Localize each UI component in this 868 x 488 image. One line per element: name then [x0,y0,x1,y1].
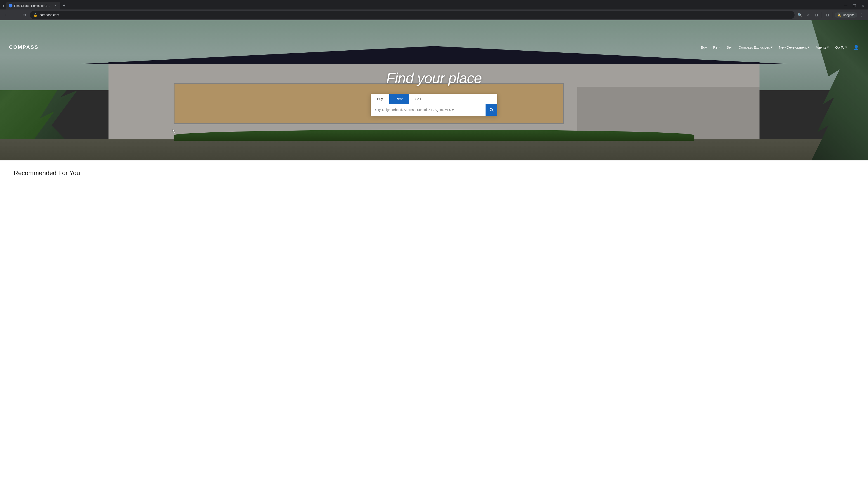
main-nav: COMPASS Buy Rent Sell Compass Exclusives… [0,41,868,54]
address-bar[interactable]: 🔒 compass.com [30,11,795,19]
separator [822,12,822,18]
search-icon [489,107,494,112]
lock-icon: 🔒 [33,13,37,17]
search-tab-sell[interactable]: Sell [409,94,428,104]
new-development-chevron: ▾ [808,45,809,49]
window-controls: — ❐ ✕ [842,3,866,9]
active-tab[interactable]: C Real Estate, Homes for Sale & ... × [6,2,60,9]
maximize-btn[interactable]: ❐ [851,3,858,9]
minimize-btn[interactable]: — [842,3,849,8]
search-tabs: Buy Rent Sell [371,94,497,104]
tab-manager-icon: ⊡ [815,13,818,17]
incognito-badge[interactable]: 🕵 Incognito [835,12,857,18]
hero-title: Find your place [386,70,482,87]
url-display: compass.com [39,13,791,17]
bookmark-btn[interactable]: ☆ [804,11,812,19]
nav-compass-exclusives[interactable]: Compass Exclusives ▾ [739,45,773,49]
nav-links-group: Buy Rent Sell Compass Exclusives ▾ New D… [701,44,859,50]
separator-2 [833,12,833,18]
more-icon: ⋮ [860,13,864,17]
close-btn[interactable]: ✕ [860,3,866,9]
tab-favicon: C [9,4,12,7]
tab-close-btn[interactable]: × [53,3,58,8]
recommended-title: Recommended For You [13,169,855,177]
tab-dropdown-btn[interactable]: ▾ [2,3,5,8]
toolbar-actions: 🔍 ☆ ⊡ ⊡ 🕵 Incognito ⋮ [796,11,865,19]
bookmark-icon: ☆ [807,13,810,17]
goto-chevron: ▾ [845,45,847,49]
search-icon: 🔍 [798,13,802,17]
compass-exclusives-chevron: ▾ [771,45,773,49]
tab-manager-btn[interactable]: ⊡ [813,11,820,19]
more-btn[interactable]: ⋮ [858,11,865,19]
tab-title: Real Estate, Homes for Sale & ... [14,4,51,7]
search-btn[interactable]: 🔍 [796,11,804,19]
search-input-row [371,104,497,116]
agents-chevron: ▾ [827,45,829,49]
search-container: Buy Rent Sell [371,94,497,116]
browser-chrome: ▾ C Real Estate, Homes for Sale & ... × … [0,0,868,20]
svg-line-1 [492,110,493,111]
incognito-icon: 🕵 [837,13,841,17]
user-account-icon[interactable]: 👤 [853,44,859,50]
search-input[interactable] [371,104,486,115]
cast-btn[interactable]: ⊡ [824,11,831,19]
search-tab-buy[interactable]: Buy [371,94,389,104]
nav-buy[interactable]: Buy [701,45,707,49]
nav-sell[interactable]: Sell [727,45,733,49]
back-btn[interactable]: ← [3,11,10,19]
incognito-label: Incognito [842,13,855,17]
nav-goto[interactable]: Go To ▾ [835,45,847,49]
compass-logo[interactable]: COMPASS [9,44,39,50]
search-tab-rent[interactable]: Rent [389,94,409,104]
website-content: COMPASS Buy Rent Sell Compass Exclusives… [0,20,868,188]
forward-btn[interactable]: → [12,11,19,19]
hero-section: COMPASS Buy Rent Sell Compass Exclusives… [0,20,868,160]
browser-toolbar: ← → ↻ 🔒 compass.com 🔍 ☆ ⊡ ⊡ 🕵 Incog [0,9,868,20]
recommended-section: Recommended For You [0,160,868,188]
nav-agents[interactable]: Agents ▾ [816,45,829,49]
reload-btn[interactable]: ↻ [21,11,28,19]
tab-bar: ▾ C Real Estate, Homes for Sale & ... × … [0,0,868,9]
new-tab-btn[interactable]: + [61,2,67,9]
nav-rent[interactable]: Rent [713,45,720,49]
search-button[interactable] [486,104,497,116]
cast-icon: ⊡ [826,13,829,17]
nav-new-development[interactable]: New Development ▾ [779,45,809,49]
